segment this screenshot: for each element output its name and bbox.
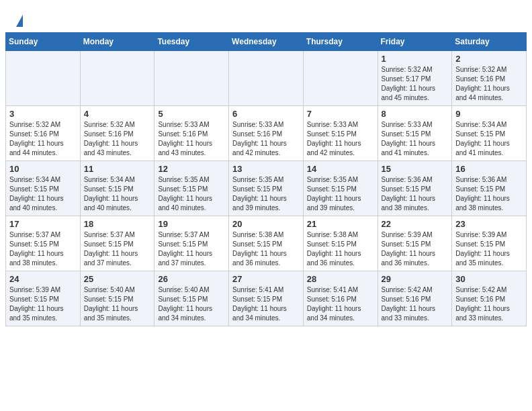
- calendar-cell: 3Sunrise: 5:32 AMSunset: 5:16 PMDaylight…: [6, 106, 81, 161]
- day-number: 17: [9, 219, 77, 229]
- day-number: 14: [307, 164, 374, 174]
- day-number: 20: [232, 219, 300, 229]
- calendar-cell: [154, 51, 229, 106]
- day-number: 7: [307, 109, 374, 119]
- calendar-cell: 12Sunrise: 5:35 AMSunset: 5:15 PMDayligh…: [154, 161, 229, 216]
- calendar-cell: [229, 51, 304, 106]
- calendar-table: SundayMondayTuesdayWednesdayThursdayFrid…: [5, 32, 527, 326]
- weekday-header-saturday: Saturday: [452, 33, 527, 51]
- weekday-header-wednesday: Wednesday: [229, 33, 304, 51]
- calendar-cell: 19Sunrise: 5:37 AMSunset: 5:15 PMDayligh…: [154, 216, 229, 271]
- day-info: Sunrise: 5:33 AMSunset: 5:15 PMDaylight:…: [307, 120, 374, 158]
- calendar-cell: 18Sunrise: 5:37 AMSunset: 5:15 PMDayligh…: [80, 216, 154, 271]
- weekday-header-row: SundayMondayTuesdayWednesdayThursdayFrid…: [6, 33, 527, 51]
- calendar-cell: 27Sunrise: 5:41 AMSunset: 5:15 PMDayligh…: [229, 271, 304, 326]
- calendar-cell: [6, 51, 81, 106]
- day-info: Sunrise: 5:35 AMSunset: 5:15 PMDaylight:…: [158, 175, 225, 213]
- day-info: Sunrise: 5:37 AMSunset: 5:15 PMDaylight:…: [9, 230, 77, 268]
- calendar-cell: 9Sunrise: 5:34 AMSunset: 5:15 PMDaylight…: [452, 106, 527, 161]
- day-info: Sunrise: 5:40 AMSunset: 5:15 PMDaylight:…: [158, 285, 225, 323]
- day-number: 13: [232, 164, 300, 174]
- calendar-cell: 14Sunrise: 5:35 AMSunset: 5:15 PMDayligh…: [303, 161, 378, 216]
- day-number: 26: [158, 274, 225, 284]
- day-info: Sunrise: 5:39 AMSunset: 5:15 PMDaylight:…: [382, 230, 449, 268]
- day-number: 22: [382, 219, 449, 229]
- day-number: 11: [84, 164, 151, 174]
- day-info: Sunrise: 5:36 AMSunset: 5:15 PMDaylight:…: [455, 175, 523, 213]
- day-number: 25: [84, 274, 151, 284]
- day-number: 30: [455, 274, 523, 284]
- day-info: Sunrise: 5:34 AMSunset: 5:15 PMDaylight:…: [455, 120, 523, 158]
- calendar-cell: 23Sunrise: 5:39 AMSunset: 5:15 PMDayligh…: [452, 216, 527, 271]
- weekday-header-sunday: Sunday: [6, 33, 81, 51]
- day-info: Sunrise: 5:33 AMSunset: 5:16 PMDaylight:…: [158, 120, 225, 158]
- day-info: Sunrise: 5:36 AMSunset: 5:15 PMDaylight:…: [382, 175, 449, 213]
- day-info: Sunrise: 5:38 AMSunset: 5:15 PMDaylight:…: [307, 230, 374, 268]
- day-number: 27: [232, 274, 300, 284]
- day-number: 12: [158, 164, 225, 174]
- weekday-header-thursday: Thursday: [303, 33, 378, 51]
- calendar-week-3: 10Sunrise: 5:34 AMSunset: 5:15 PMDayligh…: [6, 161, 527, 216]
- calendar-week-4: 17Sunrise: 5:37 AMSunset: 5:15 PMDayligh…: [6, 216, 527, 271]
- day-info: Sunrise: 5:39 AMSunset: 5:15 PMDaylight:…: [9, 285, 77, 323]
- day-number: 21: [307, 219, 374, 229]
- calendar-cell: 24Sunrise: 5:39 AMSunset: 5:15 PMDayligh…: [6, 271, 81, 326]
- day-info: Sunrise: 5:32 AMSunset: 5:16 PMDaylight:…: [9, 120, 77, 158]
- day-number: 9: [455, 109, 523, 119]
- calendar-cell: 13Sunrise: 5:35 AMSunset: 5:15 PMDayligh…: [229, 161, 304, 216]
- calendar-cell: 15Sunrise: 5:36 AMSunset: 5:15 PMDayligh…: [378, 161, 452, 216]
- day-info: Sunrise: 5:33 AMSunset: 5:15 PMDaylight:…: [382, 120, 449, 158]
- day-number: 3: [9, 109, 77, 119]
- calendar-week-1: 1Sunrise: 5:32 AMSunset: 5:17 PMDaylight…: [6, 51, 527, 106]
- day-number: 18: [84, 219, 151, 229]
- day-number: 16: [455, 164, 523, 174]
- day-info: Sunrise: 5:38 AMSunset: 5:15 PMDaylight:…: [232, 230, 300, 268]
- calendar-cell: 28Sunrise: 5:41 AMSunset: 5:16 PMDayligh…: [303, 271, 378, 326]
- day-number: 1: [382, 54, 449, 64]
- calendar-cell: 22Sunrise: 5:39 AMSunset: 5:15 PMDayligh…: [378, 216, 452, 271]
- calendar-cell: [303, 51, 378, 106]
- calendar-cell: 7Sunrise: 5:33 AMSunset: 5:15 PMDaylight…: [303, 106, 378, 161]
- day-info: Sunrise: 5:32 AMSunset: 5:16 PMDaylight:…: [455, 65, 523, 103]
- weekday-header-monday: Monday: [80, 33, 154, 51]
- day-number: 4: [84, 109, 151, 119]
- calendar-cell: 1Sunrise: 5:32 AMSunset: 5:17 PMDaylight…: [378, 51, 452, 106]
- calendar-cell: 25Sunrise: 5:40 AMSunset: 5:15 PMDayligh…: [80, 271, 154, 326]
- day-number: 8: [382, 109, 449, 119]
- calendar-cell: 10Sunrise: 5:34 AMSunset: 5:15 PMDayligh…: [6, 161, 81, 216]
- day-info: Sunrise: 5:32 AMSunset: 5:17 PMDaylight:…: [382, 65, 449, 103]
- day-number: 5: [158, 109, 225, 119]
- calendar-cell: 8Sunrise: 5:33 AMSunset: 5:15 PMDaylight…: [378, 106, 452, 161]
- calendar-cell: 21Sunrise: 5:38 AMSunset: 5:15 PMDayligh…: [303, 216, 378, 271]
- day-info: Sunrise: 5:41 AMSunset: 5:16 PMDaylight:…: [307, 285, 374, 323]
- calendar-cell: 17Sunrise: 5:37 AMSunset: 5:15 PMDayligh…: [6, 216, 81, 271]
- logo-triangle-icon: [16, 15, 23, 27]
- logo: [13, 12, 23, 27]
- calendar-week-2: 3Sunrise: 5:32 AMSunset: 5:16 PMDaylight…: [6, 106, 527, 161]
- calendar-header: SundayMondayTuesdayWednesdayThursdayFrid…: [6, 33, 527, 51]
- calendar-cell: 6Sunrise: 5:33 AMSunset: 5:16 PMDaylight…: [229, 106, 304, 161]
- calendar-cell: 4Sunrise: 5:32 AMSunset: 5:16 PMDaylight…: [80, 106, 154, 161]
- weekday-header-tuesday: Tuesday: [154, 33, 229, 51]
- day-info: Sunrise: 5:35 AMSunset: 5:15 PMDaylight:…: [232, 175, 300, 213]
- calendar-cell: 26Sunrise: 5:40 AMSunset: 5:15 PMDayligh…: [154, 271, 229, 326]
- day-info: Sunrise: 5:33 AMSunset: 5:16 PMDaylight:…: [232, 120, 300, 158]
- day-number: 28: [307, 274, 374, 284]
- day-number: 24: [9, 274, 77, 284]
- day-info: Sunrise: 5:35 AMSunset: 5:15 PMDaylight:…: [307, 175, 374, 213]
- weekday-header-friday: Friday: [378, 33, 452, 51]
- day-number: 23: [455, 219, 523, 229]
- calendar-cell: 20Sunrise: 5:38 AMSunset: 5:15 PMDayligh…: [229, 216, 304, 271]
- calendar-body: 1Sunrise: 5:32 AMSunset: 5:17 PMDaylight…: [6, 51, 527, 326]
- day-number: 6: [232, 109, 300, 119]
- day-info: Sunrise: 5:40 AMSunset: 5:15 PMDaylight:…: [84, 285, 151, 323]
- day-info: Sunrise: 5:34 AMSunset: 5:15 PMDaylight:…: [9, 175, 77, 213]
- day-info: Sunrise: 5:41 AMSunset: 5:15 PMDaylight:…: [232, 285, 300, 323]
- day-info: Sunrise: 5:37 AMSunset: 5:15 PMDaylight:…: [84, 230, 151, 268]
- day-info: Sunrise: 5:42 AMSunset: 5:16 PMDaylight:…: [382, 285, 449, 323]
- calendar-week-5: 24Sunrise: 5:39 AMSunset: 5:15 PMDayligh…: [6, 271, 527, 326]
- calendar-cell: 11Sunrise: 5:34 AMSunset: 5:15 PMDayligh…: [80, 161, 154, 216]
- calendar-cell: 29Sunrise: 5:42 AMSunset: 5:16 PMDayligh…: [378, 271, 452, 326]
- calendar-cell: 2Sunrise: 5:32 AMSunset: 5:16 PMDaylight…: [452, 51, 527, 106]
- calendar-cell: 16Sunrise: 5:36 AMSunset: 5:15 PMDayligh…: [452, 161, 527, 216]
